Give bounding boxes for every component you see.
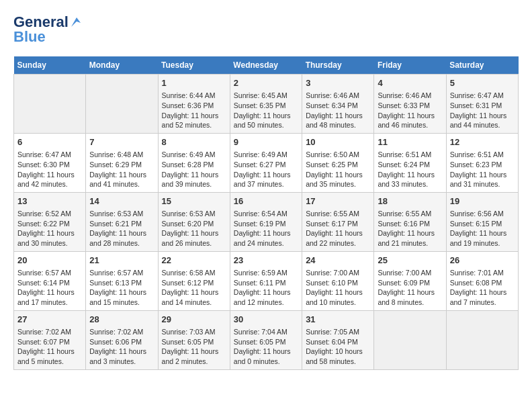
calendar-cell: 27Sunrise: 7:02 AM Sunset: 6:07 PM Dayli… <box>14 310 86 369</box>
day-number: 22 <box>162 255 226 267</box>
day-number: 30 <box>234 314 298 326</box>
calendar-cell <box>374 310 446 369</box>
day-info: Sunrise: 6:44 AM Sunset: 6:36 PM Dayligh… <box>162 91 226 130</box>
calendar-week-row: 13Sunrise: 6:52 AM Sunset: 6:22 PM Dayli… <box>14 192 519 251</box>
logo-bird-icon <box>70 16 82 28</box>
day-info: Sunrise: 6:47 AM Sunset: 6:30 PM Dayligh… <box>17 150 82 189</box>
calendar-cell <box>446 310 518 369</box>
calendar-cell: 7Sunrise: 6:48 AM Sunset: 6:29 PM Daylig… <box>86 133 158 192</box>
day-number: 15 <box>162 195 226 208</box>
calendar-cell: 5Sunrise: 6:47 AM Sunset: 6:31 PM Daylig… <box>446 75 518 134</box>
calendar-cell: 26Sunrise: 7:01 AM Sunset: 6:08 PM Dayli… <box>446 251 518 310</box>
calendar-cell: 29Sunrise: 7:03 AM Sunset: 6:05 PM Dayli… <box>158 310 230 369</box>
day-info: Sunrise: 7:00 AM Sunset: 6:10 PM Dayligh… <box>306 268 370 308</box>
day-info: Sunrise: 7:01 AM Sunset: 6:08 PM Dayligh… <box>450 268 515 308</box>
calendar-cell: 4Sunrise: 6:46 AM Sunset: 6:33 PM Daylig… <box>374 75 446 134</box>
day-number: 20 <box>17 255 82 267</box>
calendar-cell: 23Sunrise: 6:59 AM Sunset: 6:11 PM Dayli… <box>230 251 302 310</box>
day-info: Sunrise: 6:50 AM Sunset: 6:25 PM Dayligh… <box>306 150 370 189</box>
day-info: Sunrise: 6:49 AM Sunset: 6:27 PM Dayligh… <box>234 150 298 189</box>
day-number: 14 <box>89 195 154 208</box>
weekday-header-tuesday: Tuesday <box>158 56 230 75</box>
day-number: 31 <box>306 314 370 326</box>
day-info: Sunrise: 6:56 AM Sunset: 6:15 PM Dayligh… <box>450 209 515 248</box>
day-number: 13 <box>17 195 82 208</box>
day-info: Sunrise: 7:02 AM Sunset: 6:06 PM Dayligh… <box>89 327 154 367</box>
day-number: 5 <box>450 77 515 89</box>
calendar-cell: 30Sunrise: 7:04 AM Sunset: 6:05 PM Dayli… <box>230 310 302 369</box>
day-info: Sunrise: 6:46 AM Sunset: 6:34 PM Dayligh… <box>306 91 370 130</box>
calendar-cell: 6Sunrise: 6:47 AM Sunset: 6:30 PM Daylig… <box>14 133 86 192</box>
day-info: Sunrise: 6:52 AM Sunset: 6:22 PM Dayligh… <box>17 209 82 248</box>
calendar-cell: 25Sunrise: 7:00 AM Sunset: 6:09 PM Dayli… <box>374 251 446 310</box>
day-number: 1 <box>162 77 226 89</box>
day-number: 4 <box>378 77 442 89</box>
day-info: Sunrise: 6:51 AM Sunset: 6:23 PM Dayligh… <box>450 150 515 189</box>
calendar-cell: 9Sunrise: 6:49 AM Sunset: 6:27 PM Daylig… <box>230 133 302 192</box>
calendar-cell: 8Sunrise: 6:49 AM Sunset: 6:28 PM Daylig… <box>158 133 230 192</box>
day-info: Sunrise: 6:55 AM Sunset: 6:17 PM Dayligh… <box>306 209 370 248</box>
day-number: 10 <box>306 136 370 148</box>
calendar-cell: 19Sunrise: 6:56 AM Sunset: 6:15 PM Dayli… <box>446 192 518 251</box>
weekday-header-saturday: Saturday <box>446 56 518 75</box>
logo-text: General Blue <box>13 13 82 46</box>
calendar-table: SundayMondayTuesdayWednesdayThursdayFrid… <box>13 56 519 370</box>
day-number: 28 <box>89 314 154 326</box>
day-info: Sunrise: 6:47 AM Sunset: 6:31 PM Dayligh… <box>450 91 515 130</box>
day-info: Sunrise: 6:53 AM Sunset: 6:20 PM Dayligh… <box>162 209 226 248</box>
calendar-cell: 28Sunrise: 7:02 AM Sunset: 6:06 PM Dayli… <box>86 310 158 369</box>
calendar-cell: 13Sunrise: 6:52 AM Sunset: 6:22 PM Dayli… <box>14 192 86 251</box>
calendar-week-row: 1Sunrise: 6:44 AM Sunset: 6:36 PM Daylig… <box>14 75 519 134</box>
calendar-cell: 17Sunrise: 6:55 AM Sunset: 6:17 PM Dayli… <box>302 192 374 251</box>
day-info: Sunrise: 6:45 AM Sunset: 6:35 PM Dayligh… <box>234 91 298 130</box>
calendar-cell: 18Sunrise: 6:55 AM Sunset: 6:16 PM Dayli… <box>374 192 446 251</box>
day-info: Sunrise: 7:05 AM Sunset: 6:04 PM Dayligh… <box>306 327 370 367</box>
day-info: Sunrise: 6:49 AM Sunset: 6:28 PM Dayligh… <box>162 150 226 189</box>
day-info: Sunrise: 6:58 AM Sunset: 6:12 PM Dayligh… <box>162 268 226 308</box>
calendar-cell: 21Sunrise: 6:57 AM Sunset: 6:13 PM Dayli… <box>86 251 158 310</box>
weekday-header-friday: Friday <box>374 56 446 75</box>
page-header: General Blue <box>13 13 519 46</box>
day-number: 6 <box>17 136 82 148</box>
day-info: Sunrise: 7:00 AM Sunset: 6:09 PM Dayligh… <box>378 268 442 308</box>
day-info: Sunrise: 6:53 AM Sunset: 6:21 PM Dayligh… <box>89 209 154 248</box>
day-number: 3 <box>306 77 370 89</box>
weekday-header-thursday: Thursday <box>302 56 374 75</box>
calendar-cell: 22Sunrise: 6:58 AM Sunset: 6:12 PM Dayli… <box>158 251 230 310</box>
day-number: 23 <box>234 255 298 267</box>
day-number: 25 <box>378 255 442 267</box>
weekday-header-wednesday: Wednesday <box>230 56 302 75</box>
calendar-cell: 24Sunrise: 7:00 AM Sunset: 6:10 PM Dayli… <box>302 251 374 310</box>
calendar-cell: 12Sunrise: 6:51 AM Sunset: 6:23 PM Dayli… <box>446 133 518 192</box>
day-info: Sunrise: 6:54 AM Sunset: 6:19 PM Dayligh… <box>234 209 298 248</box>
day-info: Sunrise: 6:51 AM Sunset: 6:24 PM Dayligh… <box>378 150 442 189</box>
day-number: 11 <box>378 136 442 148</box>
calendar-cell <box>14 75 86 134</box>
day-info: Sunrise: 6:46 AM Sunset: 6:33 PM Dayligh… <box>378 91 442 130</box>
calendar-cell: 3Sunrise: 6:46 AM Sunset: 6:34 PM Daylig… <box>302 75 374 134</box>
day-info: Sunrise: 7:04 AM Sunset: 6:05 PM Dayligh… <box>234 327 298 367</box>
day-info: Sunrise: 6:59 AM Sunset: 6:11 PM Dayligh… <box>234 268 298 308</box>
calendar-week-row: 27Sunrise: 7:02 AM Sunset: 6:07 PM Dayli… <box>14 310 519 369</box>
day-number: 9 <box>234 136 298 148</box>
calendar-cell: 20Sunrise: 6:57 AM Sunset: 6:14 PM Dayli… <box>14 251 86 310</box>
day-number: 29 <box>162 314 226 326</box>
day-info: Sunrise: 6:57 AM Sunset: 6:13 PM Dayligh… <box>89 268 154 308</box>
day-number: 17 <box>306 195 370 208</box>
day-number: 2 <box>234 77 298 89</box>
day-number: 18 <box>378 195 442 208</box>
calendar-cell: 2Sunrise: 6:45 AM Sunset: 6:35 PM Daylig… <box>230 75 302 134</box>
day-number: 12 <box>450 136 515 148</box>
calendar-cell: 11Sunrise: 6:51 AM Sunset: 6:24 PM Dayli… <box>374 133 446 192</box>
logo: General Blue <box>13 13 82 46</box>
day-info: Sunrise: 6:48 AM Sunset: 6:29 PM Dayligh… <box>89 150 154 189</box>
calendar-cell: 16Sunrise: 6:54 AM Sunset: 6:19 PM Dayli… <box>230 192 302 251</box>
weekday-header-monday: Monday <box>86 56 158 75</box>
weekday-header-row: SundayMondayTuesdayWednesdayThursdayFrid… <box>14 56 519 75</box>
day-info: Sunrise: 7:02 AM Sunset: 6:07 PM Dayligh… <box>17 327 82 367</box>
svg-marker-0 <box>71 17 81 27</box>
calendar-week-row: 6Sunrise: 6:47 AM Sunset: 6:30 PM Daylig… <box>14 133 519 192</box>
day-number: 7 <box>89 136 154 148</box>
calendar-cell: 15Sunrise: 6:53 AM Sunset: 6:20 PM Dayli… <box>158 192 230 251</box>
calendar-cell <box>86 75 158 134</box>
